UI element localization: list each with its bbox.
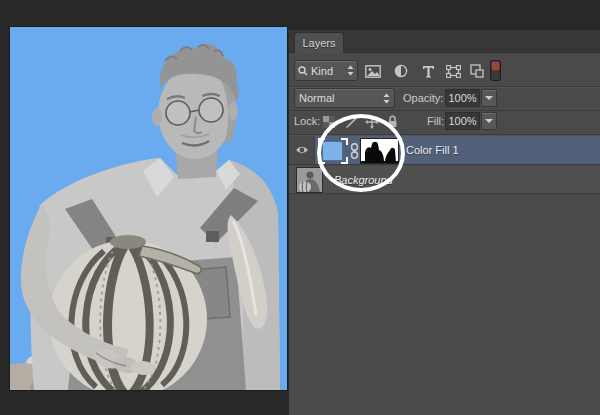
chevron-down-icon: [485, 96, 493, 100]
filter-type-layers-button[interactable]: [416, 61, 440, 81]
filter-smart-objects-button[interactable]: [465, 61, 489, 81]
layer-name: Background: [334, 166, 393, 193]
layers-list: Color Fill 1 Background: [289, 136, 600, 415]
layer-name: Color Fill 1: [406, 136, 459, 164]
fill-value-field[interactable]: 100%: [445, 112, 480, 130]
selection-bracket: [341, 138, 348, 145]
background-layer-thumbnail[interactable]: [296, 167, 323, 193]
shape-layer-filter-icon: [446, 65, 461, 78]
fill-dropdown-button[interactable]: [481, 112, 497, 130]
layer-row-background[interactable]: Background: [289, 166, 600, 194]
filter-toggle-icon: [490, 60, 501, 81]
farmer-photo-illustration: [10, 27, 287, 390]
filter-toggle-switch[interactable]: [489, 59, 501, 82]
eye-icon: [295, 145, 309, 155]
lock-transparency-icon: [323, 116, 335, 128]
blend-mode-value: Normal: [299, 92, 383, 104]
smart-object-filter-icon: [470, 64, 484, 78]
tab-layers[interactable]: Layers: [294, 32, 344, 53]
layer-row-main[interactable]: Color Fill 1: [315, 136, 600, 164]
selection-bracket: [341, 157, 348, 164]
filter-pixel-layers-button[interactable]: [361, 61, 385, 81]
lock-transparency-button[interactable]: [320, 113, 338, 130]
layer-mask-thumbnail[interactable]: [360, 138, 399, 164]
mask-link-toggle[interactable]: [349, 142, 360, 160]
filter-adjustment-layers-button[interactable]: [389, 61, 413, 81]
filter-kind-dropdown[interactable]: Kind: [294, 60, 358, 81]
layer-filter-row: Kind: [289, 54, 600, 87]
mask-silhouette: [361, 139, 398, 163]
lock-all-icon: [387, 115, 398, 128]
background-thumbnail-image: [297, 168, 322, 192]
opacity-value-field[interactable]: 100%: [445, 89, 480, 107]
opacity-label: Opacity:: [403, 92, 443, 104]
spinner-arrows-icon: [347, 65, 354, 76]
lock-pixels-icon: [345, 115, 358, 128]
spinner-arrows-icon: [383, 93, 390, 104]
lock-position-button[interactable]: [363, 113, 381, 130]
filter-kind-label: Kind: [311, 65, 344, 77]
lock-pixels-button[interactable]: [342, 113, 360, 130]
opacity-dropdown-button[interactable]: [481, 89, 497, 107]
panel-tab-strip: Layers: [289, 30, 600, 53]
link-icon: [350, 143, 359, 159]
lock-position-icon: [365, 115, 379, 129]
selection-bracket: [318, 157, 325, 164]
chevron-down-icon: [485, 119, 493, 123]
visibility-toggle-color-fill[interactable]: [293, 144, 311, 156]
layers-panel: Layers Kind: [288, 30, 600, 415]
color-fill-swatch: [322, 141, 343, 161]
fill-label: Fill:: [427, 115, 444, 127]
divider: [289, 110, 600, 111]
adjustment-layer-filter-icon: [394, 64, 408, 78]
lock-row: Lock: Fill: 100%: [289, 112, 600, 134]
filter-shape-layers-button[interactable]: [441, 61, 465, 81]
lock-all-button[interactable]: [383, 113, 401, 130]
lock-label: Lock:: [294, 115, 320, 127]
type-layer-filter-icon: [422, 65, 435, 78]
color-fill-thumbnail[interactable]: [318, 138, 348, 164]
pixel-layer-filter-icon: [365, 65, 381, 78]
document-canvas[interactable]: [10, 27, 287, 390]
selection-bracket: [318, 138, 325, 145]
layer-row-color-fill-1[interactable]: Color Fill 1: [289, 136, 600, 165]
blend-mode-dropdown[interactable]: Normal: [294, 88, 395, 108]
blend-row: Normal Opacity: 100%: [289, 88, 600, 110]
search-icon: [298, 66, 308, 76]
